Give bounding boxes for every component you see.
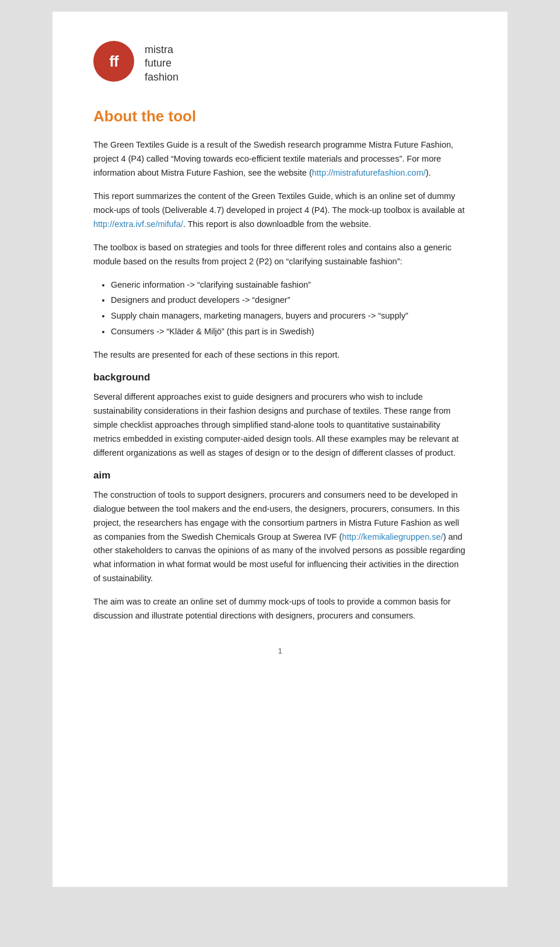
summary-paragraph: This report summarizes the content of th… <box>93 190 467 232</box>
list-item: Generic information -> “clarifying susta… <box>111 278 467 292</box>
mistrafuturefashion-link[interactable]: http://mistrafuturefashion.com/ <box>312 168 426 177</box>
intro-paragraph: The Green Textiles Guide is a result of … <box>93 138 467 180</box>
intro-end: ). <box>426 168 431 177</box>
list-item: Supply chain managers, marketing manager… <box>111 309 467 323</box>
logo-line1: mistra <box>145 43 178 57</box>
kemikaliegruppen-link[interactable]: http://kemikaliegruppen.se/ <box>342 532 443 541</box>
aim-paragraph-2: The aim was to create an online set of d… <box>93 595 467 623</box>
page-number: 1 <box>93 647 467 655</box>
list-item: Consumers -> “Kläder & Miljö” (this part… <box>111 325 467 339</box>
background-text: Several different approaches exist to gu… <box>93 390 467 460</box>
ivf-link[interactable]: http://extra.ivf.se/mifufa/ <box>93 219 183 229</box>
background-heading: background <box>93 372 467 383</box>
toolbox-paragraph: The toolbox is based on strategies and t… <box>93 241 467 269</box>
logo-text: mistra future fashion <box>145 41 178 84</box>
document-page: ff mistra future fashion About the tool … <box>52 12 508 887</box>
summary-text: This report summarizes the content of th… <box>93 191 464 215</box>
logo-line3: fashion <box>145 71 178 84</box>
logo-circle: ff <box>93 41 134 82</box>
list-item: Designers and product developers -> “des… <box>111 293 467 307</box>
aim-paragraph-1: The construction of tools to support des… <box>93 488 467 586</box>
aim-heading: aim <box>93 470 467 481</box>
logo-letters: ff <box>109 53 118 71</box>
header: ff mistra future fashion <box>93 41 467 84</box>
summary-end: . This report is also downloadble from t… <box>183 219 371 229</box>
results-paragraph: The results are presented for each of th… <box>93 348 467 362</box>
logo-line2: future <box>145 57 178 70</box>
bullet-list: Generic information -> “clarifying susta… <box>111 278 467 340</box>
page-title: About the tool <box>93 107 467 125</box>
